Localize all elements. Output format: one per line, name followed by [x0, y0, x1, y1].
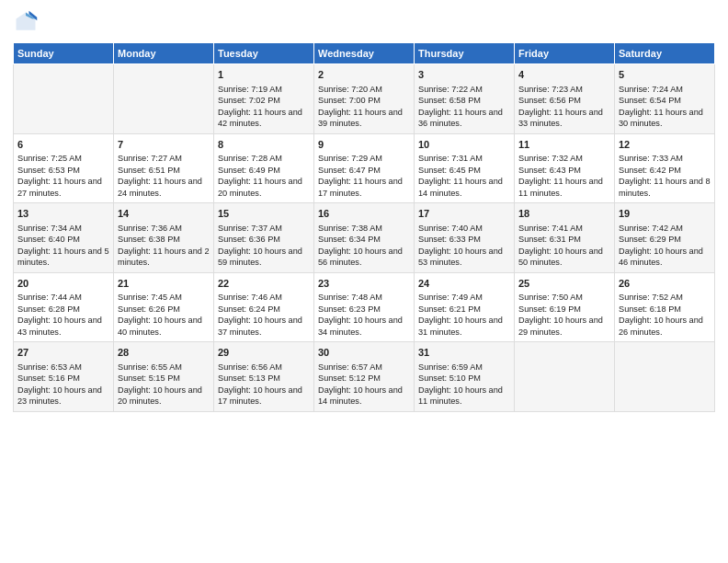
cell-sunset: Sunset: 6:26 PM: [118, 304, 210, 315]
cell-daylight: Daylight: 11 hours and 8 minutes.: [619, 176, 711, 199]
cell-sunrise: Sunrise: 7:36 AM: [118, 223, 210, 234]
cell-daylight: Daylight: 11 hours and 2 minutes.: [118, 246, 210, 269]
day-header: Wednesday: [314, 43, 415, 64]
cell-sunrise: Sunrise: 7:41 AM: [518, 223, 610, 234]
cell-date: 23: [318, 277, 410, 291]
calendar-cell: 25 Sunrise: 7:50 AM Sunset: 6:19 PM Dayl…: [515, 272, 615, 342]
cell-date: 19: [619, 207, 711, 221]
cell-daylight: Daylight: 10 hours and 46 minutes.: [619, 246, 711, 269]
cell-sunrise: Sunrise: 7:38 AM: [318, 223, 410, 234]
header: [13, 9, 715, 35]
cell-date: 3: [418, 68, 510, 82]
cell-sunset: Sunset: 5:12 PM: [318, 373, 410, 384]
day-header: Tuesday: [214, 43, 314, 64]
cell-sunset: Sunset: 6:56 PM: [518, 95, 610, 106]
cell-sunset: Sunset: 5:15 PM: [118, 373, 210, 384]
cell-daylight: Daylight: 10 hours and 23 minutes.: [17, 385, 109, 408]
cell-date: 14: [118, 207, 210, 221]
calendar-cell: 22 Sunrise: 7:46 AM Sunset: 6:24 PM Dayl…: [214, 272, 314, 342]
cell-sunset: Sunset: 6:29 PM: [619, 234, 711, 245]
cell-daylight: Daylight: 10 hours and 37 minutes.: [218, 315, 310, 338]
cell-date: 17: [418, 207, 510, 221]
cell-sunset: Sunset: 6:45 PM: [418, 165, 510, 176]
cell-daylight: Daylight: 11 hours and 30 minutes.: [619, 107, 711, 130]
cell-date: 10: [418, 138, 510, 152]
calendar-cell: 24 Sunrise: 7:49 AM Sunset: 6:21 PM Dayl…: [415, 272, 515, 342]
cell-sunset: Sunset: 6:49 PM: [218, 165, 310, 176]
cell-sunrise: Sunrise: 7:37 AM: [218, 223, 310, 234]
cell-sunset: Sunset: 6:21 PM: [418, 304, 510, 315]
day-header: Monday: [114, 43, 214, 64]
cell-daylight: Daylight: 10 hours and 14 minutes.: [318, 385, 410, 408]
cell-date: 29: [218, 346, 310, 360]
calendar-cell: 29 Sunrise: 6:56 AM Sunset: 5:13 PM Dayl…: [214, 342, 314, 412]
calendar-cell: [615, 342, 715, 412]
cell-sunset: Sunset: 6:58 PM: [418, 95, 510, 106]
cell-date: 26: [619, 277, 711, 291]
cell-date: 24: [418, 277, 510, 291]
cell-sunset: Sunset: 6:38 PM: [118, 234, 210, 245]
cell-sunrise: Sunrise: 7:50 AM: [518, 292, 610, 303]
calendar-week-row: 6 Sunrise: 7:25 AM Sunset: 6:53 PM Dayli…: [14, 133, 715, 203]
cell-daylight: Daylight: 10 hours and 29 minutes.: [518, 315, 610, 338]
cell-sunset: Sunset: 5:10 PM: [418, 373, 510, 384]
cell-sunset: Sunset: 6:34 PM: [318, 234, 410, 245]
cell-daylight: Daylight: 11 hours and 5 minutes.: [17, 246, 109, 269]
calendar-cell: 31 Sunrise: 6:59 AM Sunset: 5:10 PM Dayl…: [415, 342, 515, 412]
cell-date: 9: [318, 138, 410, 152]
cell-sunset: Sunset: 6:53 PM: [17, 165, 109, 176]
cell-sunset: Sunset: 6:47 PM: [318, 165, 410, 176]
cell-date: 20: [17, 277, 109, 291]
cell-daylight: Daylight: 10 hours and 43 minutes.: [17, 315, 109, 338]
cell-sunset: Sunset: 7:02 PM: [218, 95, 310, 106]
cell-sunrise: Sunrise: 7:25 AM: [17, 153, 109, 164]
cell-date: 27: [17, 346, 109, 360]
cell-date: 1: [218, 68, 310, 82]
cell-sunrise: Sunrise: 7:23 AM: [518, 84, 610, 95]
cell-daylight: Daylight: 11 hours and 20 minutes.: [218, 176, 310, 199]
cell-sunset: Sunset: 6:42 PM: [619, 165, 711, 176]
calendar-cell: 10 Sunrise: 7:31 AM Sunset: 6:45 PM Dayl…: [415, 133, 515, 203]
cell-sunrise: Sunrise: 7:27 AM: [118, 153, 210, 164]
cell-sunrise: Sunrise: 6:55 AM: [118, 362, 210, 373]
cell-daylight: Daylight: 10 hours and 56 minutes.: [318, 246, 410, 269]
cell-sunset: Sunset: 6:33 PM: [418, 234, 510, 245]
cell-date: 31: [418, 346, 510, 360]
cell-sunrise: Sunrise: 7:32 AM: [518, 153, 610, 164]
calendar-cell: 17 Sunrise: 7:40 AM Sunset: 6:33 PM Dayl…: [415, 203, 515, 273]
cell-date: 30: [318, 346, 410, 360]
cell-date: 7: [118, 138, 210, 152]
cell-sunset: Sunset: 6:28 PM: [17, 304, 109, 315]
calendar-cell: 9 Sunrise: 7:29 AM Sunset: 6:47 PM Dayli…: [314, 133, 415, 203]
cell-date: 12: [619, 138, 711, 152]
calendar-cell: 27 Sunrise: 6:53 AM Sunset: 5:16 PM Dayl…: [14, 342, 114, 412]
cell-daylight: Daylight: 10 hours and 26 minutes.: [619, 315, 711, 338]
calendar-cell: 5 Sunrise: 7:24 AM Sunset: 6:54 PM Dayli…: [615, 64, 715, 134]
cell-date: 2: [318, 68, 410, 82]
cell-daylight: Daylight: 11 hours and 27 minutes.: [17, 176, 109, 199]
calendar-cell: 26 Sunrise: 7:52 AM Sunset: 6:18 PM Dayl…: [615, 272, 715, 342]
cell-daylight: Daylight: 10 hours and 31 minutes.: [418, 315, 510, 338]
calendar-cell: 8 Sunrise: 7:28 AM Sunset: 6:49 PM Dayli…: [214, 133, 314, 203]
calendar-week-row: 13 Sunrise: 7:34 AM Sunset: 6:40 PM Dayl…: [14, 203, 715, 273]
cell-sunrise: Sunrise: 7:45 AM: [118, 292, 210, 303]
calendar-cell: 11 Sunrise: 7:32 AM Sunset: 6:43 PM Dayl…: [515, 133, 615, 203]
cell-daylight: Daylight: 10 hours and 20 minutes.: [118, 385, 210, 408]
logo-icon: [13, 9, 39, 35]
cell-date: 4: [518, 68, 610, 82]
cell-sunrise: Sunrise: 7:33 AM: [619, 153, 711, 164]
cell-sunrise: Sunrise: 7:19 AM: [218, 84, 310, 95]
calendar-cell: [14, 64, 114, 134]
cell-date: 11: [518, 138, 610, 152]
calendar-week-row: 1 Sunrise: 7:19 AM Sunset: 7:02 PM Dayli…: [14, 64, 715, 134]
cell-daylight: Daylight: 10 hours and 59 minutes.: [218, 246, 310, 269]
calendar-cell: 18 Sunrise: 7:41 AM Sunset: 6:31 PM Dayl…: [515, 203, 615, 273]
calendar-cell: 7 Sunrise: 7:27 AM Sunset: 6:51 PM Dayli…: [114, 133, 214, 203]
cell-sunrise: Sunrise: 7:44 AM: [17, 292, 109, 303]
day-header: Thursday: [415, 43, 515, 64]
calendar-week-row: 20 Sunrise: 7:44 AM Sunset: 6:28 PM Dayl…: [14, 272, 715, 342]
calendar-week-row: 27 Sunrise: 6:53 AM Sunset: 5:16 PM Dayl…: [14, 342, 715, 412]
cell-sunrise: Sunrise: 7:24 AM: [619, 84, 711, 95]
cell-daylight: Daylight: 11 hours and 42 minutes.: [218, 107, 310, 130]
cell-sunset: Sunset: 6:40 PM: [17, 234, 109, 245]
